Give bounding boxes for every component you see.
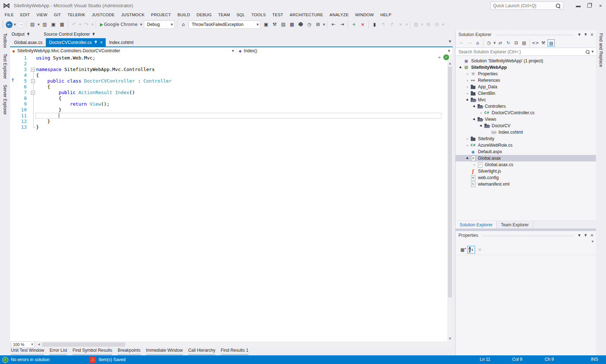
pin-icon[interactable] [92, 32, 95, 36]
dropdown-arrow-icon[interactable]: ▼ [322, 23, 326, 26]
navigate-backward-file-icon[interactable]: ⇤ [329, 21, 337, 28]
document-tab-index-cshtml[interactable]: Index.cshtml [106, 38, 136, 46]
tree-item-references[interactable]: ▹▪▪References [456, 77, 596, 84]
navigate-forward-file-icon[interactable]: ⇥ [338, 21, 346, 28]
tree-item-doctorcvcontroller-cs[interactable]: ▹C#DoctorCVController.cs [456, 110, 596, 116]
expander-collapsed-icon[interactable]: ▹ [465, 72, 470, 76]
dropdown-arrow-icon[interactable]: ▼ [405, 23, 408, 26]
document-well-overflow-icon[interactable]: ▼ [449, 40, 451, 43]
bottom-tab-call-hierarchy[interactable]: Call Hierarchy [188, 348, 215, 355]
history-icon[interactable]: ◷ [305, 21, 313, 28]
scroll-up-icon[interactable]: ▲ [447, 61, 453, 66]
menu-debug[interactable]: DEBUG [193, 12, 215, 18]
previous-bookmark-icon[interactable]: ↰ [379, 21, 387, 28]
view-code-icon[interactable]: <> [532, 39, 539, 46]
tree-item-web-config[interactable]: ⚙web.config [456, 174, 596, 181]
expander-collapsed-icon[interactable]: ▹ [465, 137, 470, 141]
property-pages-icon[interactable]: ⚒ [476, 246, 484, 254]
dropdown-arrow-icon[interactable]: ▼ [139, 23, 143, 26]
panel-tab-team-explorer[interactable]: Team Explorer [497, 221, 533, 229]
tree-item-global-asax-cs[interactable]: ▹↱Global.asax.cs [456, 161, 596, 168]
quick-launch-box[interactable] [491, 1, 563, 10]
exception-helper-icon[interactable]: ⌂ [179, 21, 187, 28]
expander-expanded-icon[interactable]: ▶ [472, 103, 478, 109]
side-tab-test-explorer[interactable]: Test Explorer [0, 51, 10, 82]
window-position-icon[interactable]: ▼ [577, 234, 582, 237]
dropdown-arrow-icon[interactable]: ▼ [78, 23, 82, 26]
expander-expanded-icon[interactable]: ▶ [465, 97, 471, 103]
clear-bookmarks-icon[interactable]: × [396, 21, 404, 28]
menu-telerik[interactable]: TELERIK [64, 12, 88, 18]
editor-horizontal-scrollbar[interactable]: ◀ [36, 342, 453, 347]
back-icon[interactable]: ← [458, 39, 465, 46]
menu-git[interactable]: GIT [50, 12, 64, 18]
close-icon[interactable]: × [589, 233, 594, 238]
collapse-box-icon[interactable]: − [31, 79, 35, 83]
tree-item-silverlight-js[interactable]: ʃSilverlight.js [456, 168, 596, 174]
panel-tab-solution-explorer[interactable]: Solution Explorer [456, 221, 497, 229]
dropdown-arrow-icon[interactable]: ▼ [37, 23, 40, 26]
collapse-box-icon[interactable]: − [31, 91, 35, 95]
auto-hide-pin-icon[interactable] [584, 234, 587, 237]
add-comment-icon[interactable]: + [350, 21, 358, 28]
toolbox-icon[interactable]: ▦ [288, 21, 296, 28]
properties-header[interactable]: Properties ▼ × [456, 231, 596, 239]
expander-collapsed-icon[interactable]: ▹ [465, 143, 470, 147]
tree-item-app-data[interactable]: ▹App_Data [456, 84, 596, 90]
preview-selected-items-icon[interactable]: ▤ [548, 39, 555, 46]
wrench-icon[interactable]: ⚒ [540, 39, 547, 46]
tree-item-default-aspx[interactable]: ◉Default.aspx [456, 148, 596, 155]
scrollbar-thumb[interactable] [448, 67, 452, 297]
add-item-icon[interactable]: ▥ [41, 21, 49, 28]
menu-edit[interactable]: EDIT [17, 12, 33, 18]
menu-justcode[interactable]: JUSTCODE [88, 12, 118, 18]
menu-build[interactable]: BUILD [174, 12, 193, 18]
solution-search-input[interactable] [458, 49, 584, 55]
expander-expanded-icon[interactable]: ▶ [479, 123, 484, 129]
bottom-tab-find-results-1[interactable]: Find Results 1 [221, 348, 249, 355]
refresh-icon[interactable]: ↻ [505, 39, 512, 46]
pin-icon[interactable] [94, 40, 97, 44]
tree-item-azurewebrole-cs[interactable]: ▹C#AzureWebRole.cs [456, 142, 596, 148]
tool-window-tab-output[interactable]: Output [12, 32, 30, 37]
menu-file[interactable]: FILE [1, 12, 17, 18]
home-icon[interactable]: ⌂ [474, 39, 481, 46]
tree-item-properties[interactable]: ▹⚒Properties [456, 71, 596, 77]
collapse-box-icon[interactable]: − [31, 68, 35, 72]
pending-changes-filter-icon[interactable]: ◷ [485, 39, 492, 46]
forward-icon[interactable]: → [466, 39, 473, 46]
side-tab-toolbox[interactable]: Toolbox [0, 30, 10, 51]
document-tab-global-asax-cs[interactable]: Global.asax.cs [11, 38, 46, 46]
pin-icon[interactable] [27, 32, 30, 36]
toolbar-grip-handle[interactable] [2, 21, 4, 28]
dropdown-arrow-icon[interactable]: ▼ [493, 41, 496, 45]
navigate-forward-icon[interactable]: → [17, 21, 25, 28]
bottom-tab-breakpoints[interactable]: Breakpoints [118, 348, 140, 355]
start-debugging-button[interactable]: ▶Google Chrome [98, 21, 139, 28]
file-health-check-icon[interactable]: ✓ [443, 54, 449, 60]
alphabetical-sort-icon[interactable]: AZ↓ [467, 246, 475, 254]
menu-help[interactable]: HELP [377, 12, 395, 18]
expander-collapsed-icon[interactable]: ▹ [465, 79, 470, 82]
save-all-icon[interactable]: ▦ [58, 21, 66, 28]
editor-zoom-combo[interactable]: 100 % ▼ [11, 341, 35, 348]
expander-expanded-icon[interactable]: ▶ [465, 155, 471, 161]
quick-launch-input[interactable] [491, 3, 556, 8]
navigate-back-icon[interactable]: ← [6, 21, 13, 28]
tree-item-wlwmanifest-xml[interactable]: ↻wlwmanifest.xml [456, 181, 596, 187]
member-dropdown[interactable]: ◆ Index() ▼ [237, 47, 453, 54]
expander-collapsed-icon[interactable]: ▹ [465, 92, 470, 95]
menu-architecture[interactable]: ARCHITECTURE [286, 12, 326, 18]
expander-collapsed-icon[interactable]: ▹ [465, 85, 470, 89]
menu-window[interactable]: WINDOW [352, 12, 377, 18]
tree-item-sitefinitywebapp[interactable]: ▶⊞SitefinityWebApp [456, 64, 596, 71]
remove-comment-icon[interactable]: × [359, 21, 366, 28]
bottom-tab-error-list[interactable]: Error List [49, 348, 67, 355]
dropdown-arrow-icon[interactable]: ▼ [91, 23, 94, 26]
side-tab-find-and-replace[interactable]: Find and Replace [596, 30, 606, 70]
tool-window-tab-source-control-explorer[interactable]: Source Control Explorer [44, 32, 95, 37]
expander-expanded-icon[interactable]: ▶ [472, 116, 478, 122]
menu-tools[interactable]: TOOLS [248, 12, 269, 18]
new-file-icon[interactable]: ▤ [28, 21, 36, 28]
editor-vertical-scrollbar[interactable]: ▲ ▼ [447, 54, 453, 341]
